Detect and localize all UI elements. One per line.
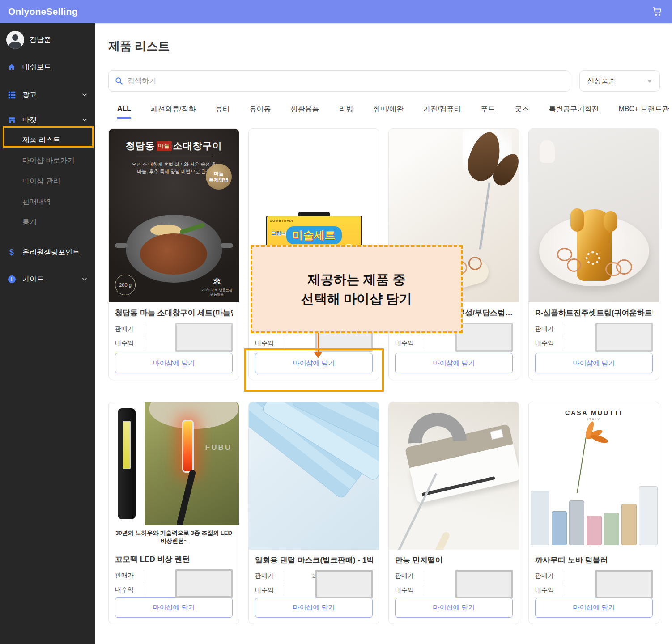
price-label: 판매가 [255,325,276,333]
product-card: 일회용 덴탈 마스크(벌크판매) - 1박스(2… 판매가 내수익 2 마이샵에… [248,402,379,624]
frozen-mark: ❄ -18°C 이하 냉동보관 냉동제품 [201,276,233,297]
profit-label: 내수익 [535,586,557,594]
dollar-icon: $ [7,248,16,257]
price-label: 판매가 [115,572,136,580]
led-glow-shape [182,420,194,473]
pearl-ring-shape [586,251,600,265]
sidebar-item-label: 온리원셀링포인트 [22,248,88,257]
profit-label: 내수익 [255,586,276,594]
product-image: DOMETOPIA 그림나라 미술세트 68 PIECE [249,129,379,302]
snowflake-icon: ❄ [201,276,233,287]
add-to-myshop-button[interactable]: 마이샵에 담기 [395,598,513,618]
product-title: 꼬모떽 LED 비상 렌턴 [115,554,233,565]
tumblers-shapes [529,486,659,545]
product-card: FUBU 30년의 노하우와 기술력으로 3종 조절의 LED 비상렌턴~ 꼬모… [108,402,239,624]
price-block: 판매가 내수익 [395,569,513,598]
cart-button[interactable] [651,5,664,18]
product-image [389,129,519,302]
product-card: R-심플하트진주셋트링(귀여운하트반… 판매가 내수익 마이샵에 담기 [528,128,659,380]
price-label: 판매가 [535,572,557,580]
price-block: 판매가 내수익 2 [255,569,373,598]
add-to-myshop-button[interactable]: 마이샵에 담기 [255,353,373,373]
profit-label: 내수익 [115,586,136,594]
sidebar-item-dashboard[interactable]: 대쉬보드 [0,58,95,76]
price-label: 판매가 [115,325,136,333]
tab-living[interactable]: 리빙 [339,105,353,119]
tab-all[interactable]: ALL [117,105,131,119]
profit-label: 내수익 [395,339,417,347]
box-headline: 미술세트 [286,226,342,244]
tab-kids[interactable]: 유아동 [250,105,271,119]
chevron-down-icon [81,276,88,282]
sidebar-item-myshop-link[interactable]: 마이샵 바로가기 [0,150,95,171]
box-handle [298,212,330,216]
sort-dropdown[interactable]: 신상품순 [579,70,660,92]
sidebar-item-guide[interactable]: i 가이드 [0,270,95,288]
tab-goods[interactable]: 굿즈 [515,105,529,119]
home-icon [7,63,16,72]
ring-roll-shape [399,257,492,302]
pan-handle [221,243,233,248]
art-set-box: DOMETOPIA 그림나라 미술세트 68 PIECE [266,216,362,299]
price-label: 판매가 [255,572,276,580]
product-image: 청담동마늘소대창구이 오픈 소 대창에 초벌 삶기와 저온 숙성 후 마늘, 후… [109,129,239,302]
divider [564,324,564,335]
product-title: 청담동 마늘 소대창구이 세트(마늘양… [115,308,233,319]
add-to-myshop-button[interactable]: 마이샵에 담기 [255,598,373,618]
tab-food[interactable]: 푸드 [481,105,495,119]
cart-icon [651,6,663,17]
product-title: 구성/부담스럽… [395,308,513,319]
pan-shape [126,215,222,283]
product-image [249,402,379,550]
product-card: DOMETOPIA 그림나라 미술세트 68 PIECE 판매가 [248,128,379,380]
profit-label: 내수익 [395,586,417,594]
chevron-down-icon [81,92,88,98]
user-name: 김남준 [30,35,51,45]
sidebar-item-stats[interactable]: 통계 [0,212,95,233]
app-header: OnlyoneSelling [0,0,672,23]
search-input[interactable] [128,77,564,85]
sidebar-item-myshop-manage[interactable]: 마이샵 관리 [0,171,95,191]
meat-shape [140,233,207,275]
tab-hobby-pet[interactable]: 취미/애완 [373,105,404,119]
tab-fashion[interactable]: 패션의류/잡화 [151,105,196,119]
add-to-myshop-button[interactable]: 마이샵에 담기 [535,598,653,618]
tab-living-goods[interactable]: 생활용품 [291,105,319,119]
price-label: 판매가 [395,572,417,580]
sidebar-item-sales-history[interactable]: 판매내역 [0,191,95,212]
box-brand: DOMETOPIA [270,219,293,223]
divider [284,324,284,335]
price-block: 판매가 내수익 [535,322,653,352]
flower-stem-shape [577,431,587,493]
tab-electronics[interactable]: 가전/컴퓨터 [423,105,461,119]
sidebar-item-market[interactable]: 마켓 [0,111,95,129]
sidebar-item-product-list[interactable]: 제품 리스트 [0,130,95,150]
add-to-myshop-button[interactable]: 마이샵에 담기 [535,353,653,373]
flashlight-shape [118,408,136,519]
app-logo: OnlyoneSelling [8,6,78,17]
product-image: FUBU [109,402,239,525]
tab-special[interactable]: 특별공구기획전 [549,105,599,119]
market-submenu: 제품 리스트 마이샵 바로가기 마이샵 관리 판매내역 통계 [0,130,95,233]
stick-shape [479,182,491,249]
user-row[interactable]: 김남준 [0,23,95,50]
price-redaction-box [175,323,233,352]
grid-icon [7,90,16,99]
tab-mbc-brand[interactable]: MBC+ 브랜드관 [618,105,669,119]
poster-seal: 마늘 [157,141,172,151]
add-to-myshop-button[interactable]: 마이샵에 담기 [115,353,233,373]
price-redaction-box [455,323,513,352]
sidebar-item-ads[interactable]: 광고 [0,86,95,104]
add-to-myshop-button[interactable]: 마이샵에 담기 [115,597,233,618]
sidebar-item-points[interactable]: $ 온리원셀링포인트 [0,243,95,261]
product-title: R-심플하트진주셋트링(귀여운하트반… [535,308,653,319]
add-to-myshop-button[interactable]: 마이샵에 담기 [395,353,513,373]
product-card: 만능 먼지떨이 판매가 내수익 마이샵에 담기 [388,402,519,624]
product-grid: 청담동마늘소대창구이 오픈 소 대창에 초벌 삶기와 저온 숙성 후 마늘, 후… [108,128,672,624]
sort-selected-value: 신상품순 [587,76,616,86]
caret-down-icon [647,80,652,83]
tab-beauty[interactable]: 뷰티 [216,105,230,119]
product-card: CASA MUUTTI ITALY 까사무띠 노바 텀블러 판매가 내수익 마이… [528,402,659,624]
image-brand-text: CASA MUUTTI [529,409,659,416]
pens-tray-shape [315,263,357,295]
